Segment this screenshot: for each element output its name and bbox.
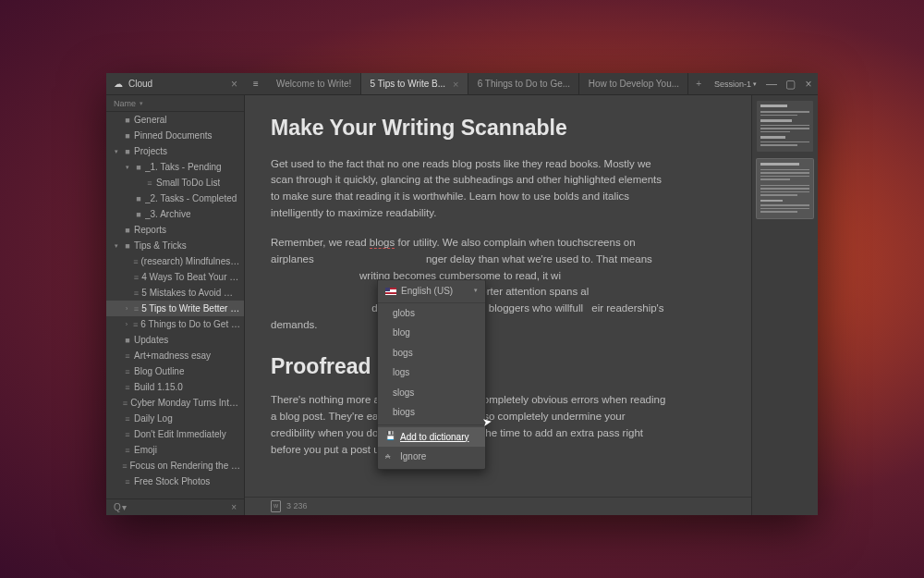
tree-label: General (134, 115, 167, 125)
document-icon: ≡ (143, 178, 156, 188)
page-thumb[interactable] (757, 101, 813, 152)
tree-doc[interactable]: ›≡5 Tips to Write Better Blog ... (106, 301, 244, 316)
spelling-suggestion[interactable]: logs (378, 363, 485, 383)
tree-label: (research) Mindfulness in Si... (141, 256, 241, 266)
tree-doc[interactable]: ≡Don't Edit Immediately (106, 426, 244, 442)
ignore-item[interactable]: A Ignore (378, 447, 485, 467)
tree-label: Art+madness esay (134, 350, 211, 361)
tab-close-icon[interactable]: × (453, 79, 458, 90)
document-icon: ≡ (119, 461, 129, 471)
app-window: ☁ Cloud × ≡ Welcome to Write! 5 Tips to … (106, 73, 818, 515)
tree-label: Blog Outline (134, 366, 184, 376)
tree-label: Free Stock Photos (134, 476, 210, 486)
cloud-label: Cloud (128, 79, 152, 89)
tree-doc[interactable]: ≡Blog Outline (106, 363, 244, 379)
tree-doc[interactable]: ≡Daily Log (106, 411, 244, 426)
document-icon: ≡ (130, 257, 140, 266)
document-icon: ≡ (121, 446, 134, 455)
tree-label: _3. Archive (145, 209, 190, 219)
spelling-suggestion[interactable]: globs (378, 303, 485, 324)
document-icon: ≡ (130, 273, 141, 282)
folder-icon: ■ (132, 210, 145, 219)
document-icon: ≡ (130, 304, 141, 314)
language-picker[interactable]: English (US) ▾ (378, 280, 485, 303)
sidebar-sort[interactable]: Name▾ (106, 95, 244, 112)
tree-doc[interactable]: ≡5 Mistakes to Avoid When ... (106, 285, 244, 301)
tree-doc[interactable]: ≡Small ToDo List (106, 175, 244, 191)
tree-doc[interactable]: ≡Build 1.15.0 (106, 379, 244, 395)
document-icon: ≡ (121, 430, 134, 439)
folder-icon: ■ (132, 163, 145, 172)
tree-folder[interactable]: ■General (106, 112, 244, 128)
tree-doc[interactable]: ≡(research) Mindfulness in Si... (106, 253, 244, 269)
tree-label: Tips & Tricks (134, 240, 187, 251)
tree-folder[interactable]: ■_3. Archive (106, 206, 244, 222)
tree-doc[interactable]: ≡Focus on Rendering the Messa... (106, 458, 244, 473)
tab-bar: Welcome to Write! 5 Tips to Write B...× … (267, 73, 709, 94)
spelling-suggestion[interactable]: bogs (378, 343, 485, 363)
search-clear-icon[interactable]: × (231, 502, 237, 512)
caret-icon: › (123, 305, 130, 312)
minimize-button[interactable]: — (762, 73, 781, 94)
tree-folder[interactable]: ■Reports (106, 222, 244, 238)
cloud-close-icon[interactable]: × (231, 78, 237, 91)
tree-folder[interactable]: ▾■_1. Taks - Pending (106, 159, 244, 175)
tree-folder[interactable]: ▾■Projects (106, 143, 244, 159)
tree-folder[interactable]: ■Updates (106, 332, 244, 348)
folder-icon: ■ (121, 131, 134, 141)
spellcheck-context-menu: English (US) ▾ globsblogbogslogsslogsbio… (377, 279, 486, 470)
document-editor[interactable]: Make Your Writing Scannable Get used to … (245, 95, 751, 515)
caret-icon: › (123, 321, 130, 327)
tree-folder[interactable]: ▾■Tips & Tricks (106, 238, 244, 253)
tab-howto[interactable]: How to Develop You... (579, 73, 689, 94)
add-to-dictionary-item[interactable]: 💾 Add to dictionary (378, 427, 485, 448)
spelling-suggestion[interactable]: slogs (378, 383, 485, 403)
tree-folder[interactable]: ■Pinned Documents (106, 128, 244, 143)
tree-doc[interactable]: ›≡6 Things to Do to Get a Leg ... (106, 316, 244, 332)
tree-label: 5 Tips to Write Better Blog ... (141, 303, 240, 314)
tree-label: Reports (134, 225, 166, 235)
hamburger-menu-icon[interactable]: ≡ (245, 73, 267, 94)
cloud-panel-title[interactable]: ☁ Cloud × (106, 73, 245, 94)
chevron-down-icon: ▾ (753, 80, 757, 88)
document-icon: ≡ (121, 351, 134, 361)
spelling-suggestion[interactable]: blog (378, 323, 485, 343)
tree-doc[interactable]: ≡Cyber Monday Turns Into Cyb... (106, 395, 244, 411)
ignore-icon: A (385, 451, 395, 462)
tree-label: 4 Ways To Beat Your Procr... (141, 272, 240, 282)
tab-5tips[interactable]: 5 Tips to Write B...× (361, 73, 468, 94)
session-picker[interactable]: Session-1▾ (709, 73, 762, 94)
tab-add-button[interactable]: + (688, 73, 709, 94)
tree-folder[interactable]: ■_2. Tasks - Completed (106, 191, 244, 206)
folder-icon: ■ (121, 336, 134, 345)
wordcount-icon: w (271, 500, 281, 512)
tree-label: _2. Tasks - Completed (145, 193, 237, 203)
tab-6things[interactable]: 6 Things to Do to Ge... (468, 73, 579, 94)
sidebar: Name▾ ■General■Pinned Documents▾■Project… (106, 95, 245, 515)
tree-doc[interactable]: ≡4 Ways To Beat Your Procr... (106, 269, 244, 285)
close-button[interactable]: × (799, 73, 818, 94)
cloud-icon: ☁ (114, 79, 123, 89)
tree-label: Projects (134, 146, 167, 156)
page-thumb[interactable] (757, 159, 813, 218)
spelling-suggestion[interactable]: biogs (378, 402, 485, 423)
tree-label: Build 1.15.0 (134, 382, 183, 392)
caret-icon: ▾ (112, 148, 121, 155)
tree-doc[interactable]: ≡Free Stock Photos (106, 473, 244, 489)
folder-icon: ■ (121, 241, 134, 251)
maximize-button[interactable]: ▢ (781, 73, 799, 94)
document-icon: ≡ (130, 289, 141, 298)
tree-label: Don't Edit Immediately (134, 429, 226, 439)
sidebar-search[interactable]: Q▾ × (106, 498, 244, 515)
tab-welcome[interactable]: Welcome to Write! (267, 73, 361, 94)
folder-icon: ■ (121, 226, 134, 235)
caret-icon: ▾ (123, 164, 132, 171)
misspelled-word[interactable]: blogs (370, 237, 395, 249)
folder-icon: ■ (121, 147, 134, 156)
file-tree: ■General■Pinned Documents▾■Projects▾■_1.… (106, 112, 244, 498)
document-icon: ≡ (121, 414, 134, 424)
titlebar: ☁ Cloud × ≡ Welcome to Write! 5 Tips to … (106, 73, 818, 95)
tree-doc[interactable]: ≡Emoji (106, 442, 244, 458)
tree-doc[interactable]: ≡Art+madness esay (106, 348, 244, 363)
editor-area: Make Your Writing Scannable Get used to … (245, 95, 818, 515)
